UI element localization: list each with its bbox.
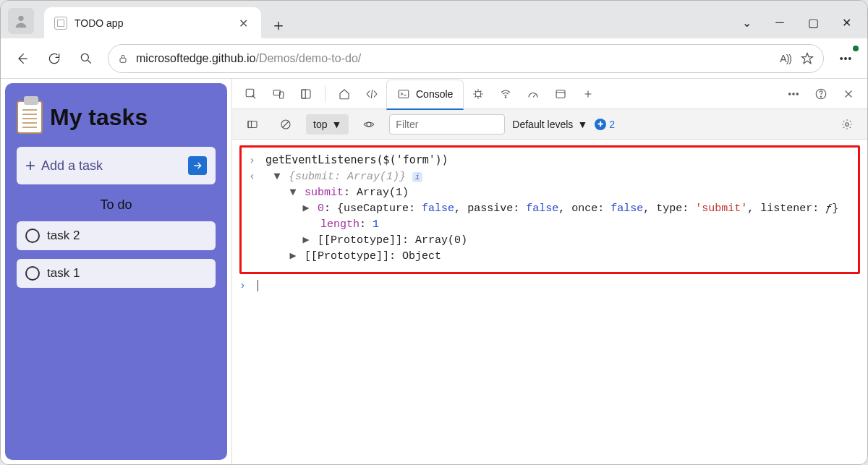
svg-point-3 [841, 57, 843, 59]
network-tab-icon[interactable] [493, 81, 519, 107]
back-button[interactable] [8, 44, 37, 73]
console-settings-button[interactable] [834, 111, 860, 137]
browser-window: TODO app ✕ ＋ ⌄ ─ ▢ ✕ microsoftedge.githu… [0, 0, 868, 465]
new-tab-button[interactable]: ＋ [265, 12, 292, 38]
svg-point-0 [18, 16, 23, 21]
svg-line-26 [283, 121, 289, 127]
performance-tab-icon[interactable] [520, 81, 546, 107]
svg-point-12 [476, 91, 482, 97]
filter-input[interactable] [389, 114, 505, 135]
console-filter-bar: top ▼ Default levels ▼ ✚ 2 [232, 109, 867, 140]
svg-rect-7 [273, 90, 280, 95]
svg-point-22 [820, 96, 821, 97]
devtools-panel: Console top ▼ [231, 79, 867, 464]
task-label: task 1 [47, 266, 80, 281]
window-controls: ⌄ ─ ▢ ✕ [740, 16, 867, 38]
dock-icon[interactable] [293, 81, 319, 107]
console-output-length: length: 1 [249, 217, 851, 233]
task-radio[interactable] [25, 229, 40, 243]
console-input-line: › getEventListeners($('form')) [249, 152, 851, 169]
plus-icon: + [25, 155, 35, 176]
task-label: task 2 [47, 229, 80, 243]
log-level-selector[interactable]: Default levels ▼ [512, 119, 587, 130]
read-aloud-icon[interactable]: A)) [780, 53, 791, 64]
issues-icon: ✚ [595, 119, 606, 130]
app-title: My tasks [50, 104, 148, 131]
browser-toolbar: microsoftedge.github.io/Demos/demo-to-do… [1, 38, 867, 79]
task-radio[interactable] [25, 266, 40, 281]
console-body[interactable]: › getEventListeners($('form')) ‹ ▼ {subm… [232, 140, 867, 464]
clear-console-button[interactable] [273, 111, 299, 137]
url-text: microsoftedge.github.io/Demos/demo-to-do… [136, 52, 361, 65]
console-output-submit[interactable]: ▼ submit: Array(1) [249, 185, 851, 201]
console-tab[interactable]: Console [386, 80, 464, 110]
minimize-button[interactable]: ─ [773, 16, 786, 30]
svg-rect-11 [399, 90, 409, 98]
svg-rect-9 [302, 90, 310, 98]
close-window-button[interactable]: ✕ [840, 16, 853, 30]
profile-button[interactable] [8, 8, 34, 34]
refresh-button[interactable] [40, 44, 69, 73]
svg-point-20 [796, 93, 798, 94]
device-toggle-icon[interactable] [265, 81, 292, 107]
help-icon[interactable] [808, 81, 834, 107]
svg-rect-10 [302, 90, 305, 98]
svg-point-5 [849, 57, 851, 59]
console-output-proto-object[interactable]: ▶ [[Prototype]]: Object [249, 249, 851, 265]
lock-icon [117, 53, 129, 64]
more-tabs-button[interactable] [575, 81, 601, 107]
more-menu-button[interactable] [831, 44, 860, 73]
svg-rect-2 [120, 58, 126, 62]
svg-point-28 [846, 122, 849, 126]
settings-more-icon[interactable] [780, 81, 807, 107]
chevron-down-icon: ▼ [331, 119, 341, 130]
console-output-proto-array[interactable]: ▶ [[Prototype]]: Array(0) [249, 233, 851, 249]
add-task-field[interactable]: + Add a task [17, 147, 216, 184]
app-heading: My tasks [17, 101, 216, 134]
context-selector[interactable]: top ▼ [306, 114, 349, 135]
welcome-tab-icon[interactable] [331, 81, 357, 107]
maximize-button[interactable]: ▢ [807, 16, 820, 30]
highlighted-output: › getEventListeners($('form')) ‹ ▼ {subm… [239, 145, 860, 274]
section-heading-todo: To do [17, 197, 216, 213]
svg-rect-24 [248, 121, 252, 127]
svg-point-19 [793, 93, 794, 94]
issues-count: 2 [609, 119, 615, 130]
svg-point-18 [789, 93, 791, 94]
sidebar-toggle-icon[interactable] [239, 111, 265, 137]
chevron-down-icon: ▼ [577, 119, 587, 130]
context-label: top [313, 119, 327, 130]
sources-tab-icon[interactable] [465, 81, 491, 107]
live-expression-button[interactable] [356, 111, 382, 137]
svg-rect-14 [556, 90, 565, 98]
elements-tab-icon[interactable] [359, 81, 385, 107]
title-bar: TODO app ✕ ＋ ⌄ ─ ▢ ✕ [1, 1, 867, 38]
tab-title: TODO app [75, 17, 123, 29]
console-output-index0[interactable]: ▶ 0: {useCapture: false, passive: false,… [249, 201, 851, 217]
svg-point-4 [845, 57, 847, 59]
add-task-label: Add a task [41, 158, 103, 174]
search-button[interactable] [72, 44, 101, 73]
svg-point-1 [81, 54, 88, 61]
submit-task-button[interactable] [188, 156, 207, 175]
task-item[interactable]: task 2 [17, 221, 216, 250]
svg-point-13 [506, 96, 507, 98]
favorite-icon[interactable] [800, 51, 814, 66]
svg-rect-23 [248, 121, 257, 127]
console-prompt[interactable]: › [239, 278, 860, 294]
console-output-summary[interactable]: ‹ ▼ {submit: Array(1)} i [249, 169, 851, 185]
todo-app: My tasks + Add a task To do task 2 task … [5, 83, 227, 460]
browser-tab[interactable]: TODO app ✕ [44, 7, 261, 39]
issues-button[interactable]: ✚ 2 [595, 119, 615, 130]
clipboard-icon [17, 101, 43, 134]
application-tab-icon[interactable] [548, 81, 574, 107]
chevron-down-icon[interactable]: ⌄ [740, 16, 753, 30]
inspect-icon[interactable] [238, 81, 264, 107]
content-area: My tasks + Add a task To do task 2 task … [1, 79, 867, 464]
task-item[interactable]: task 1 [17, 259, 216, 288]
address-bar[interactable]: microsoftedge.github.io/Demos/demo-to-do… [108, 44, 824, 73]
close-devtools-button[interactable] [835, 81, 861, 107]
tab-close-button[interactable]: ✕ [236, 14, 251, 33]
page-icon [54, 17, 67, 30]
svg-point-27 [367, 122, 371, 127]
